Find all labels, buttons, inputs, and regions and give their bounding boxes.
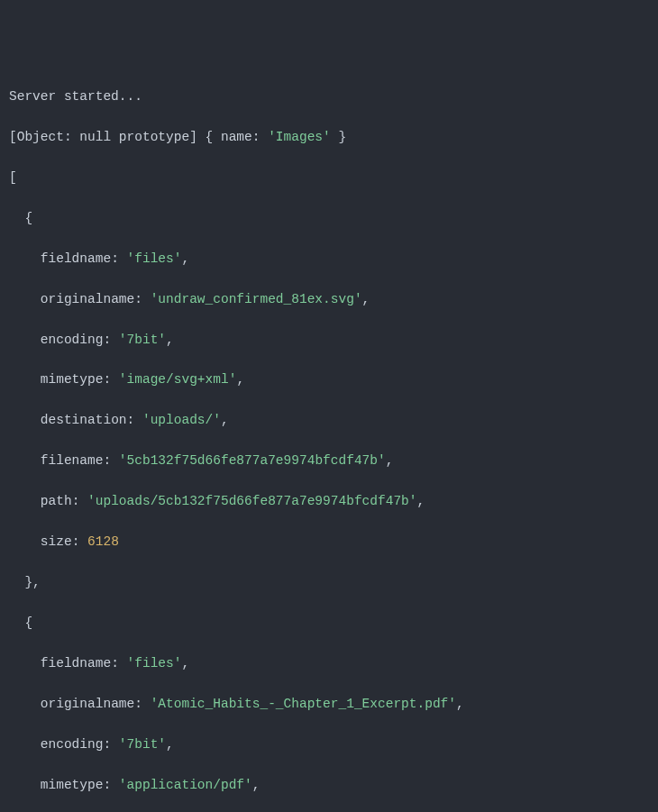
colon: :	[103, 453, 118, 468]
comma: ,	[166, 333, 174, 347]
obj-open: {	[9, 616, 32, 630]
key-originalname: originalname	[41, 697, 134, 711]
val-size: 6128	[87, 534, 119, 549]
array-open: [	[9, 170, 17, 185]
indent	[9, 534, 41, 549]
indent	[9, 413, 41, 427]
key-destination: destination	[41, 413, 127, 427]
val-fieldname: 'files'	[127, 656, 182, 671]
val-destination: 'uploads/'	[142, 413, 221, 427]
comma: ,	[362, 292, 370, 306]
comma: ,	[252, 778, 260, 792]
colon: :	[72, 534, 87, 549]
indent	[9, 333, 41, 347]
key-originalname: originalname	[41, 292, 134, 306]
object-prefix: [Object: null prototype] { name:	[9, 130, 268, 144]
colon: :	[134, 697, 150, 711]
indent	[9, 778, 41, 792]
colon: :	[111, 251, 126, 266]
comma: ,	[236, 372, 244, 387]
val-mimetype: 'image/svg+xml'	[119, 372, 237, 387]
val-originalname: 'undraw_confirmed_81ex.svg'	[151, 292, 362, 306]
val-encoding: '7bit'	[119, 333, 166, 347]
object-suffix: }	[331, 130, 346, 144]
indent	[9, 251, 41, 266]
val-originalname: 'Atomic_Habits_-_Chapter_1_Excerpt.pdf'	[151, 697, 456, 711]
comma: ,	[386, 453, 394, 468]
key-encoding: encoding	[41, 333, 104, 347]
indent	[9, 453, 41, 468]
colon: :	[103, 372, 118, 387]
indent	[9, 656, 41, 671]
key-fieldname: fieldname	[41, 656, 111, 671]
val-encoding: '7bit'	[119, 737, 166, 752]
server-started-text: Server started...	[9, 89, 142, 104]
comma: ,	[221, 413, 229, 427]
obj-open: {	[9, 211, 32, 225]
indent	[9, 494, 41, 508]
colon: :	[72, 494, 87, 508]
val-path: 'uploads/5cb132f75d66fe877a7e9974bfcdf47…	[87, 494, 416, 508]
terminal-output: Server started... [Object: null prototyp…	[9, 87, 649, 812]
key-encoding: encoding	[41, 737, 104, 752]
object-name-value: 'Images'	[268, 130, 331, 144]
indent	[9, 737, 41, 752]
key-path: path	[41, 494, 72, 508]
colon: :	[111, 656, 126, 671]
val-mimetype: 'application/pdf'	[119, 778, 252, 792]
colon: :	[127, 413, 142, 427]
val-fieldname: 'files'	[127, 251, 182, 266]
key-mimetype: mimetype	[41, 372, 104, 387]
comma: ,	[166, 737, 174, 752]
colon: :	[103, 333, 118, 347]
obj-close-comma: },	[9, 575, 41, 589]
comma: ,	[181, 656, 189, 671]
colon: :	[103, 778, 118, 792]
indent	[9, 372, 41, 387]
comma: ,	[181, 251, 189, 266]
comma: ,	[456, 697, 464, 711]
comma: ,	[417, 494, 425, 508]
key-size: size	[41, 534, 72, 549]
key-fieldname: fieldname	[41, 251, 111, 266]
indent	[9, 292, 41, 306]
val-filename: '5cb132f75d66fe877a7e9974bfcdf47b'	[119, 453, 386, 468]
key-mimetype: mimetype	[41, 778, 104, 792]
colon: :	[103, 737, 118, 752]
indent	[9, 697, 41, 711]
key-filename: filename	[41, 453, 104, 468]
colon: :	[134, 292, 150, 306]
